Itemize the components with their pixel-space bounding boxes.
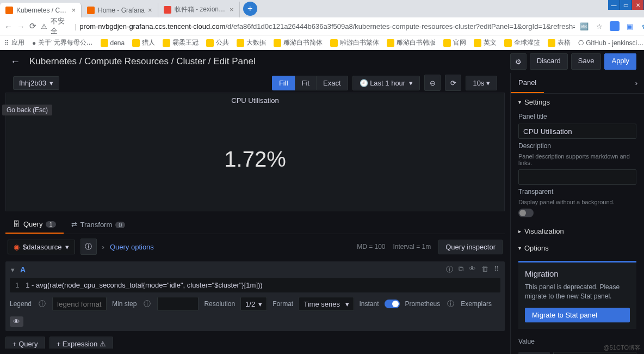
panel-title-input[interactable]	[518, 124, 636, 139]
format-select[interactable]: Time series ▾	[299, 297, 354, 311]
zoom-out-icon[interactable]: ⊖	[424, 75, 441, 91]
datasource-help-icon[interactable]: ⓘ	[81, 239, 97, 255]
translate-icon[interactable]: 🔤	[579, 21, 589, 31]
query-tabs: 🗄 Query 1 ⇄ Transform 0	[5, 216, 505, 234]
apply-button[interactable]: Apply	[604, 53, 636, 70]
datasource-name: $datasource	[23, 243, 62, 251]
back-icon[interactable]: ←	[4, 22, 13, 31]
migrate-button[interactable]: Migrate to Stat panel	[525, 308, 630, 322]
exemplars-toggle[interactable]: 👁	[10, 316, 23, 327]
time-range-picker[interactable]: 🕘 Last 1 hour ▾	[352, 76, 420, 90]
exemplars-label: Exemplars	[461, 300, 492, 308]
add-query-button[interactable]: + Query	[5, 337, 45, 349]
go-back-button[interactable]: ←	[8, 54, 23, 69]
browser-tab[interactable]: 收件箱 - zexiong.li@dena.jp - ×	[158, 2, 240, 17]
ext-icon[interactable]: ▣	[625, 21, 635, 31]
close-window-button[interactable]: ✕	[632, 0, 644, 10]
bookmark-item[interactable]: 雕游白书繁体	[330, 38, 379, 47]
transparent-help: Display panel without a background.	[518, 199, 636, 205]
query-options-link[interactable]: Query options	[110, 243, 154, 251]
refresh-interval-picker[interactable]: 10s ▾	[466, 76, 497, 90]
bookmark-item[interactable]: 猎人	[132, 38, 155, 47]
drag-icon[interactable]: ⠿	[494, 265, 499, 274]
close-icon[interactable]: ×	[71, 6, 76, 14]
tab-title: Kubernetes / Compute Resou	[16, 7, 68, 14]
bookmark-item[interactable]: 全球灌篮	[504, 38, 540, 47]
ext-icon[interactable]: ✿	[640, 21, 644, 31]
refresh-icon[interactable]: ⟳	[445, 75, 461, 91]
table-view-select[interactable]: fhhj2b03 ▾	[13, 76, 59, 90]
instant-toggle[interactable]	[385, 300, 400, 308]
help-icon[interactable]: ⓘ	[142, 299, 152, 309]
tooltip: Go back (Esc)	[2, 105, 52, 115]
expand-icon[interactable]: ›	[629, 75, 644, 91]
transparent-label: Transparent	[518, 188, 636, 196]
visualization-section[interactable]: ▸Visualization	[511, 223, 644, 240]
reload-icon[interactable]: ⟳	[29, 21, 36, 31]
value-row-label: Show	[518, 352, 550, 354]
save-button[interactable]: Save	[571, 53, 602, 70]
bookmark-item[interactable]: 雕游白书简体	[274, 38, 323, 47]
format-label: Format	[273, 300, 293, 308]
forward-icon[interactable]: →	[17, 22, 25, 31]
url-host: prom-nvbgdjen-grafana.ccs.tencent-cloud.…	[79, 22, 225, 30]
tab-query[interactable]: 🗄 Query 1	[5, 216, 64, 234]
bookmark-item[interactable]: ● 关于"元界每母公…	[32, 38, 93, 47]
bookmark-item[interactable]: 表格	[548, 38, 571, 47]
tab-title: Home - Grafana	[98, 7, 145, 14]
query-editor[interactable]: 1 1 - avg(rate(node_cpu_seconds_total{mo…	[10, 278, 500, 292]
options-section[interactable]: ▾Options	[511, 240, 644, 257]
datasource-picker[interactable]: ◉ $datasource ▾	[8, 240, 75, 254]
bookmark-item[interactable]: 大数据	[237, 38, 266, 47]
star-icon[interactable]: ☆	[595, 21, 604, 31]
chevron-down-icon[interactable]: ▾	[11, 266, 15, 274]
browser-tab[interactable]: Home - Grafana ×	[82, 3, 158, 17]
close-icon[interactable]: ×	[148, 6, 152, 14]
query-inspector-button[interactable]: Query inspector	[438, 240, 503, 254]
value-row-input[interactable]: Average▾	[553, 352, 636, 354]
ext-icon[interactable]	[610, 21, 620, 31]
minimize-button[interactable]: —	[608, 0, 620, 10]
legend-input[interactable]	[52, 297, 107, 311]
minstep-input[interactable]	[157, 297, 199, 311]
bookmark-item[interactable]: 公共	[206, 38, 229, 47]
address-bar: ← → ⟳ ⚠ 不安全 | prom-nvbgdjen-grafana.ccs.…	[0, 17, 644, 35]
url-box[interactable]: ⚠ 不安全 | prom-nvbgdjen-grafana.ccs.tencen…	[41, 16, 575, 36]
copy-icon[interactable]: ⧉	[459, 265, 463, 274]
description-input[interactable]	[518, 169, 636, 185]
add-expression-button[interactable]: + Expression ⚠	[49, 337, 113, 349]
bookmark-item[interactable]: 雕游白书韩版	[387, 38, 436, 47]
fit-button[interactable]: Fit	[295, 76, 317, 90]
bookmark-item[interactable]: 英文	[474, 38, 497, 47]
close-icon[interactable]: ×	[230, 5, 234, 14]
trash-icon[interactable]: 🗑	[481, 265, 488, 274]
fill-button[interactable]: Fill	[272, 76, 295, 90]
migration-title: Migration	[525, 269, 630, 278]
resolution-select[interactable]: 1/2 ▾	[240, 297, 267, 311]
help-icon[interactable]: ⓘ	[445, 299, 455, 309]
browser-tab[interactable]: Kubernetes / Compute Resou ×	[0, 3, 82, 17]
bookmark-item[interactable]: ⎔ GitHub - jenkinsci…	[578, 39, 643, 47]
maximize-button[interactable]: ▭	[620, 0, 632, 10]
tab-transform[interactable]: ⇄ Transform 0	[64, 216, 133, 234]
query-letter: A	[20, 265, 26, 274]
exact-button[interactable]: Exact	[316, 76, 348, 90]
settings-icon[interactable]: ⚙	[510, 53, 527, 70]
bookmark-item[interactable]: dena	[101, 39, 125, 47]
transparent-toggle[interactable]	[518, 209, 534, 217]
apps-button[interactable]: ⠿ 应用	[4, 38, 24, 47]
help-icon[interactable]: ⓘ	[37, 299, 47, 309]
query-expression: 1 - avg(rate(node_cpu_seconds_total{mode…	[26, 281, 262, 289]
settings-section[interactable]: ▾Settings	[511, 94, 644, 111]
migration-box: Migration This panel is deprecated. Plea…	[518, 261, 636, 329]
options-sidebar: Panel › ▾Settings Panel title Descriptio…	[510, 73, 644, 354]
tab-label: Query	[23, 220, 42, 228]
visibility-icon[interactable]: 👁	[469, 265, 476, 274]
discard-button[interactable]: Discard	[530, 53, 568, 70]
bookmark-item[interactable]: 霸柔王冠	[163, 38, 199, 47]
new-tab-button[interactable]: +	[243, 2, 257, 16]
instant-label: Instant	[360, 300, 379, 308]
help-icon[interactable]: ⓘ	[446, 265, 453, 274]
panel-tab[interactable]: Panel	[511, 73, 544, 93]
bookmark-item[interactable]: 官网	[443, 38, 466, 47]
